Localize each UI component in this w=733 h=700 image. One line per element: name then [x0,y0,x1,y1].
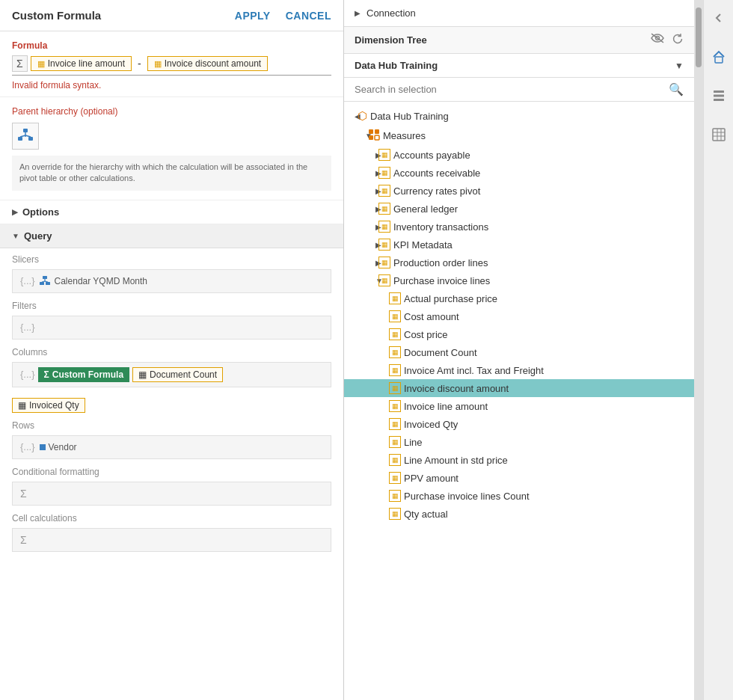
search-bar: 🔍 [344,78,694,102]
hierarchy-icon-box[interactable] [12,123,39,150]
conditional-label: Conditional formatting [12,467,331,477]
options-toggle[interactable]: ▶ Options [12,206,331,218]
tree-item-ppv[interactable]: ▶ ▦ PPV amount [344,469,694,487]
scrollbar-thumb[interactable] [696,7,702,67]
formula-chip-2[interactable]: ▦ Invoice discount amount [147,56,268,71]
id-field-icon: ▦ [389,382,401,394]
tree-root[interactable]: ◀ ⬡ Data Hub Training [344,106,694,126]
tree-item-line-amount-std[interactable]: ▶ ▦ Line Amount in std price [344,451,694,469]
svg-rect-15 [375,129,379,134]
slicers-bracket: {...} [20,275,35,286]
qa-label: Qty actual [404,509,448,520]
formula-chip-1[interactable]: ▦ Invoice line amount [31,56,132,71]
kpi-label: KPI Metadata [393,239,453,251]
gl-label: General ledger [393,203,458,215]
tree-item-kpi[interactable]: ▶ ▦ KPI Metadata [344,236,694,254]
apply-button[interactable]: APPLY [235,10,271,22]
cell-calc-box[interactable]: Σ [12,528,331,552]
svg-rect-17 [375,135,379,140]
invoiced-qty-chip[interactable]: ▦ Invoiced Qty [12,398,85,413]
document-count-label: Document Count [150,369,217,380]
tree-item-document-count[interactable]: ▶ ▦ Document Count [344,343,694,361]
chip2-label: Invoice discount amount [165,58,261,69]
ppv-label: PPV amount [404,473,458,484]
conditional-sigma-icon: Σ [20,488,27,500]
collapse-sidebar-icon[interactable] [707,6,731,30]
document-count-chip[interactable]: ▦ Document Count [132,367,223,382]
svg-rect-20 [714,95,724,97]
visibility-off-icon[interactable] [651,33,664,47]
options-section: ▶ Options [0,200,343,224]
data-hub-dropdown[interactable]: Data Hub Training ▼ [344,54,694,78]
doc-count-icon: ▦ [138,369,147,380]
ca-label: Cost amount [404,311,459,322]
tree-item-actual-purchase-price[interactable]: ▶ ▦ Actual purchase price [344,289,694,307]
search-input[interactable] [355,84,663,95]
options-label: Options [22,206,59,218]
query-header[interactable]: ▼ Query [0,224,343,248]
scrollbar[interactable] [694,0,703,700]
tree-item-inventory-transactions[interactable]: ▶ ▦ Inventory transactions [344,218,694,236]
ap-label: Accounts payable [393,150,470,161]
left-panel: Custom Formula APPLY CANCEL Formula Σ ▦ … [0,0,344,700]
tree-item-line[interactable]: ▶ ▦ Line [344,433,694,451]
invoiced-qty-label: Invoiced Qty [29,400,79,411]
refresh-icon[interactable] [672,33,684,47]
pil-arrow: ▼ [344,277,375,285]
svg-rect-19 [714,90,724,93]
id-label: Invoice discount amount [404,383,509,394]
custom-formula-label: Custom Formula [52,369,123,380]
chip2-icon: ▦ [154,59,162,69]
dim-tree-label: Dimension Tree [355,34,427,46]
measures-label: Measures [383,130,426,141]
it-label: Inventory transactions [393,221,488,233]
tree-item-accounts-payable[interactable]: ▶ ▦ Accounts payable [344,146,694,164]
query-arrow-icon: ▼ [12,232,19,240]
formula-input-row[interactable]: Σ ▦ Invoice line amount - ▦ Invoice disc… [12,55,331,76]
tree-item-qty-actual[interactable]: ▶ ▦ Qty actual [344,505,694,523]
tree-item-invoice-line[interactable]: ▶ ▦ Invoice line amount [344,397,694,415]
conditional-box[interactable]: Σ [12,482,331,506]
svg-rect-8 [46,282,50,285]
tree-measures[interactable]: ▼ Measures [344,126,694,146]
tree-item-invoice-amt[interactable]: ▶ ▦ Invoice Amt incl. Tax and Freight [344,361,694,379]
filters-box[interactable]: {...} [12,316,331,340]
tree-item-invoiced-qty[interactable]: ▶ ▦ Invoiced Qty [344,415,694,433]
hierarchy-section: Parent hierarchy (optional) An override … [0,97,343,200]
tree-item-general-ledger[interactable]: ▶ ▦ General ledger [344,200,694,218]
tree-item-accounts-receivable[interactable]: ▶ ▦ Accounts receivable [344,164,694,182]
gl-arrow: ▶ [344,205,375,213]
columns-box[interactable]: {...} Σ Custom Formula ▦ Document Count [12,362,331,387]
tree-item-currency-rates[interactable]: ▶ ▦ Currency rates pivot [344,182,694,200]
cp-field-icon: ▦ [389,328,401,340]
tree-item-production[interactable]: ▶ ▦ Production order lines [344,254,694,271]
ar-label: Accounts receivable [393,168,480,179]
svg-rect-16 [369,135,373,140]
custom-formula-chip[interactable]: Σ Custom Formula [38,367,130,382]
columns-label: Columns [12,347,331,357]
tree-item-cost-price[interactable]: ▶ ▦ Cost price [344,325,694,343]
table-icon[interactable] [707,123,731,147]
root-cube-icon: ⬡ [358,109,367,123]
tree-item-invoice-discount[interactable]: ▶ ▦ Invoice discount amount [344,379,694,397]
tree-item-pil-count[interactable]: ▶ ▦ Purchase invoice lines Count [344,487,694,505]
slicers-box[interactable]: {...} Calendar YQMD Month [12,269,331,293]
ln-field-icon: ▦ [389,436,401,448]
rows-box[interactable]: {...} Vendor [12,435,331,459]
hierarchy-icon [17,128,34,144]
qa-field-icon: ▦ [389,508,401,520]
formula-section: Formula Σ ▦ Invoice line amount - ▦ Invo… [0,31,343,97]
chip1-icon: ▦ [37,59,45,69]
it-field-icon: ▦ [378,221,390,233]
query-body: Slicers {...} Calendar YQMD Month Filter… [0,248,343,565]
tree-item-cost-amount[interactable]: ▶ ▦ Cost amount [344,307,694,325]
cell-calc-sigma-icon: Σ [20,534,27,546]
tree-item-purchase-invoice-lines[interactable]: ▼ ▦ Purchase invoice lines [344,271,694,289]
home-icon[interactable] [707,45,731,69]
options-arrow-icon: ▶ [12,208,18,216]
cancel-button[interactable]: CANCEL [286,10,331,22]
list-icon[interactable] [707,84,731,108]
formula-error: Invalid formula syntax. [12,80,331,90]
app-label: Actual purchase price [404,293,497,304]
svg-line-4 [20,135,25,137]
